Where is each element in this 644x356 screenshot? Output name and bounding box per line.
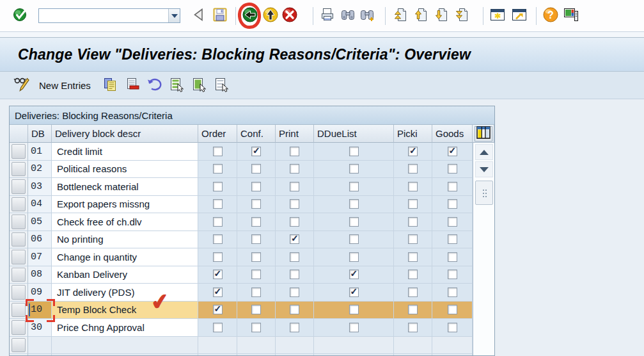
order-checkbox[interactable] <box>213 147 223 156</box>
row-selector[interactable] <box>10 161 28 179</box>
goods-checkbox[interactable] <box>448 199 457 209</box>
db-cell[interactable]: 06 <box>28 231 52 249</box>
cancel-button[interactable] <box>281 7 299 25</box>
col-header-picki[interactable]: Picki <box>394 125 432 143</box>
conf-checkbox[interactable] <box>251 199 261 209</box>
print-checkbox[interactable] <box>290 182 299 191</box>
navigate-back-button[interactable] <box>189 7 207 25</box>
descr-cell[interactable]: JIT delivery (PDS) <box>52 284 198 302</box>
picki-checkbox[interactable] <box>408 323 418 332</box>
dduelist-checkbox[interactable] <box>349 323 359 332</box>
row-selector[interactable] <box>10 143 28 161</box>
print-checkbox[interactable] <box>290 305 299 314</box>
goods-checkbox[interactable] <box>448 164 457 174</box>
col-header-goods[interactable]: Goods <box>432 125 473 143</box>
select-block-button[interactable] <box>190 76 209 95</box>
goods-checkbox[interactable] <box>448 217 457 227</box>
find-next-button[interactable] <box>358 7 376 25</box>
descr-cell[interactable]: Check free of ch.dlv <box>52 213 198 231</box>
dduelist-checkbox[interactable] <box>349 270 359 279</box>
back-button[interactable] <box>241 7 259 25</box>
picki-checkbox[interactable] <box>408 182 418 191</box>
save-button[interactable] <box>211 7 229 25</box>
order-checkbox[interactable] <box>213 252 223 262</box>
picki-checkbox[interactable] <box>408 252 418 262</box>
row-selector[interactable] <box>10 266 28 284</box>
col-header-order[interactable]: Order <box>198 125 237 143</box>
table-settings-button[interactable] <box>475 126 492 142</box>
new-entries-button[interactable]: New Entries <box>39 80 91 91</box>
goods-checkbox[interactable] <box>448 270 457 279</box>
col-header-descr[interactable]: Delivery block descr <box>52 125 198 143</box>
order-checkbox[interactable] <box>213 287 223 297</box>
scroll-down-button[interactable] <box>475 161 493 177</box>
col-header-print[interactable]: Print <box>276 125 314 143</box>
db-cell[interactable] <box>28 337 52 355</box>
conf-checkbox[interactable] <box>251 182 261 191</box>
db-cell[interactable]: 05 <box>28 213 52 231</box>
descr-cell[interactable]: Credit limit <box>52 143 198 161</box>
db-cell[interactable]: 01 <box>28 143 52 161</box>
row-selector[interactable] <box>10 319 28 337</box>
scroll-up-button[interactable] <box>475 144 493 160</box>
conf-checkbox[interactable] <box>251 147 261 156</box>
delete-button[interactable] <box>123 76 142 95</box>
picki-checkbox[interactable] <box>408 287 418 297</box>
db-cell[interactable]: 04 <box>28 196 52 214</box>
order-checkbox[interactable] <box>213 199 223 209</box>
dduelist-checkbox[interactable] <box>349 164 359 174</box>
row-selector[interactable] <box>10 354 28 355</box>
print-checkbox[interactable] <box>290 323 299 332</box>
order-checkbox[interactable] <box>213 270 223 279</box>
new-session-button[interactable] <box>489 7 507 25</box>
print-checkbox[interactable] <box>290 217 299 227</box>
select-all-button[interactable] <box>168 76 187 95</box>
row-selector[interactable] <box>10 284 28 302</box>
goods-checkbox[interactable] <box>448 182 457 191</box>
conf-checkbox[interactable] <box>251 252 261 262</box>
picki-checkbox[interactable] <box>408 270 418 279</box>
order-checkbox[interactable] <box>213 182 223 191</box>
order-checkbox[interactable] <box>213 217 223 227</box>
db-cell[interactable]: 03 <box>28 178 52 196</box>
print-button[interactable] <box>318 7 336 25</box>
command-dropdown-button[interactable] <box>168 9 180 22</box>
picki-checkbox[interactable] <box>408 234 418 244</box>
row-selector[interactable] <box>10 231 28 249</box>
db-cell[interactable]: 10 <box>28 302 52 320</box>
display-change-toggle-button[interactable] <box>13 76 32 95</box>
conf-checkbox[interactable] <box>251 305 261 314</box>
goods-checkbox[interactable] <box>448 305 457 314</box>
goods-checkbox[interactable] <box>448 323 457 332</box>
order-checkbox[interactable] <box>213 323 223 332</box>
picki-checkbox[interactable] <box>408 217 418 227</box>
print-checkbox[interactable] <box>290 270 299 279</box>
conf-checkbox[interactable] <box>251 323 261 332</box>
descr-cell[interactable] <box>52 354 198 355</box>
row-selector[interactable] <box>10 337 28 355</box>
goods-checkbox[interactable] <box>448 147 457 156</box>
goods-checkbox[interactable] <box>448 287 457 297</box>
goods-checkbox[interactable] <box>448 234 457 244</box>
create-shortcut-button[interactable] <box>510 7 528 25</box>
conf-checkbox[interactable] <box>251 234 261 244</box>
descr-cell[interactable]: Temp Block Check✔ <box>52 302 198 320</box>
row-selector[interactable] <box>10 213 28 231</box>
conf-checkbox[interactable] <box>251 217 261 227</box>
db-cell[interactable]: 30 <box>28 319 52 337</box>
dduelist-checkbox[interactable] <box>349 252 359 262</box>
copy-as-button[interactable] <box>100 76 120 95</box>
conf-checkbox[interactable] <box>251 287 261 297</box>
conf-checkbox[interactable] <box>251 270 261 279</box>
descr-cell[interactable]: Kanban Delivery <box>52 266 198 284</box>
last-page-button[interactable] <box>453 7 471 25</box>
conf-checkbox[interactable] <box>251 164 261 174</box>
descr-cell[interactable] <box>52 337 198 355</box>
next-page-button[interactable] <box>433 7 451 25</box>
picki-checkbox[interactable] <box>408 305 418 314</box>
deselect-all-button[interactable] <box>212 76 232 95</box>
col-header-conf[interactable]: Conf. <box>237 125 276 143</box>
dduelist-checkbox[interactable] <box>349 234 359 244</box>
select-all-header-cell[interactable] <box>10 125 28 143</box>
help-button[interactable]: ? <box>542 7 560 25</box>
